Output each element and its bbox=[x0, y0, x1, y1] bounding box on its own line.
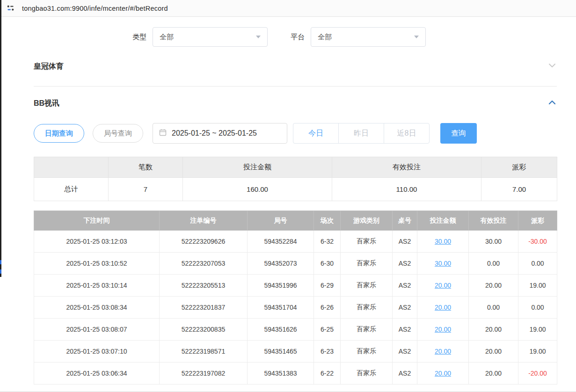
search-button[interactable]: 查询 bbox=[440, 123, 477, 144]
bet-table-body: 2025-01-25 03:12:03522223209626594352284… bbox=[34, 231, 557, 385]
section-crown-sports[interactable]: 皇冠体育 bbox=[34, 56, 557, 77]
payout: -30.00 bbox=[518, 231, 557, 253]
bet-amount-link[interactable]: 30.00 bbox=[417, 253, 469, 275]
screen-edge-artifact bbox=[0, 269, 1, 274]
payout: 19.00 bbox=[518, 319, 557, 341]
table-row: 2025-01-25 03:06:34522223197082594351383… bbox=[34, 363, 557, 385]
table-id: AS2 bbox=[393, 275, 417, 297]
col-header-game-type: 游戏类别 bbox=[341, 211, 393, 231]
col-header-order-id: 注单编号 bbox=[160, 211, 248, 231]
filter-row: 类型 全部 平台 全部 bbox=[34, 27, 557, 47]
summary-header-blank bbox=[34, 157, 109, 178]
table-id: AS2 bbox=[393, 253, 417, 275]
col-header-payout: 派彩 bbox=[518, 211, 557, 231]
bet-amount-link[interactable]: 20.00 bbox=[417, 341, 469, 363]
summary-table: 笔数 投注金额 有效投注 派彩 总计 7 160.00 110.00 7.00 bbox=[34, 157, 557, 201]
table-row: 2025-01-25 03:12:03522223209626594352284… bbox=[34, 231, 557, 253]
payout: -20.00 bbox=[518, 363, 557, 385]
platform-select[interactable]: 全部 bbox=[311, 27, 426, 47]
bet-amount-link[interactable]: 30.00 bbox=[417, 231, 469, 253]
summary-header-payout: 派彩 bbox=[481, 157, 557, 178]
chevron-down-icon bbox=[256, 36, 261, 38]
date-range-input[interactable]: 2025-01-25 ~ 2025-01-25 bbox=[153, 123, 287, 144]
screen-edge-artifact bbox=[0, 260, 1, 264]
summary-header-bet-amount: 投注金额 bbox=[183, 157, 332, 178]
bet-time: 2025-01-25 03:12:03 bbox=[34, 231, 160, 253]
bet-record-page: 类型 全部 平台 全部 皇冠体育 BB视讯 日期查询 局号查询 bbox=[0, 27, 576, 385]
order-id: 522223207053 bbox=[160, 253, 248, 275]
valid-bet: 20.00 bbox=[469, 275, 518, 297]
table-id: AS2 bbox=[393, 319, 417, 341]
table-row: 2025-01-25 03:10:52522223207053594352073… bbox=[34, 253, 557, 275]
payout: 19.00 bbox=[518, 275, 557, 297]
order-id: 522223209626 bbox=[160, 231, 248, 253]
summary-count-value: 7 bbox=[109, 178, 183, 201]
col-header-bet-amount: 投注金额 bbox=[417, 211, 469, 231]
session: 6-30 bbox=[314, 253, 341, 275]
summary-total-row: 总计 7 160.00 110.00 7.00 bbox=[34, 178, 557, 201]
chevron-up-icon[interactable] bbox=[547, 98, 557, 109]
col-header-bet-time: 下注时间 bbox=[34, 211, 160, 231]
bet-amount-link[interactable]: 20.00 bbox=[417, 319, 469, 341]
date-query-button[interactable]: 日期查询 bbox=[34, 124, 84, 143]
bet-amount-link[interactable]: 20.00 bbox=[417, 275, 469, 297]
last8days-button[interactable]: 近8日 bbox=[384, 123, 430, 144]
date-range-value: 2025-01-25 ~ 2025-01-25 bbox=[172, 129, 257, 138]
summary-header-row: 笔数 投注金额 有效投注 派彩 bbox=[34, 157, 557, 178]
col-header-session: 场次 bbox=[314, 211, 341, 231]
session: 6-32 bbox=[314, 231, 341, 253]
today-button[interactable]: 今日 bbox=[293, 123, 339, 144]
section-bb-video[interactable]: BB视讯 bbox=[34, 93, 557, 114]
order-id: 522223205513 bbox=[160, 275, 248, 297]
game-type: 百家乐 bbox=[341, 341, 393, 363]
bet-amount-link[interactable]: 20.00 bbox=[417, 363, 469, 385]
bet-time: 2025-01-25 03:08:07 bbox=[34, 319, 160, 341]
col-header-valid-bet: 有效投注 bbox=[469, 211, 518, 231]
payout: 0.00 bbox=[518, 253, 557, 275]
screen-edge-artifact bbox=[0, 0, 1, 277]
browser-url-bar[interactable]: tongbao31.com:9900/infe/mcenter/#/betRec… bbox=[0, 0, 576, 17]
round-id: 594351465 bbox=[248, 341, 314, 363]
table-row: 2025-01-25 03:07:10522223198571594351465… bbox=[34, 341, 557, 363]
bet-time: 2025-01-25 03:06:34 bbox=[34, 363, 160, 385]
summary-valid-bet-value: 110.00 bbox=[332, 178, 481, 201]
session: 6-29 bbox=[314, 275, 341, 297]
session: 6-22 bbox=[314, 363, 341, 385]
summary-header-count: 笔数 bbox=[109, 157, 183, 178]
platform-label: 平台 bbox=[291, 33, 305, 42]
platform-select-value: 全部 bbox=[318, 33, 332, 42]
table-id: AS2 bbox=[393, 297, 417, 319]
table-row: 2025-01-25 03:10:14522223205513594351996… bbox=[34, 275, 557, 297]
game-type: 百家乐 bbox=[341, 319, 393, 341]
summary-header-valid-bet: 有效投注 bbox=[332, 157, 481, 178]
bet-amount-link[interactable]: 20.00 bbox=[417, 297, 469, 319]
order-id: 522223201837 bbox=[160, 297, 248, 319]
type-select[interactable]: 全部 bbox=[153, 27, 268, 47]
table-id: AS2 bbox=[393, 363, 417, 385]
type-label: 类型 bbox=[132, 33, 146, 42]
section-crown-sports-title: 皇冠体育 bbox=[34, 62, 64, 72]
order-id: 522223200835 bbox=[160, 319, 248, 341]
yesterday-button[interactable]: 昨日 bbox=[338, 123, 384, 144]
game-type: 百家乐 bbox=[341, 297, 393, 319]
url-text: tongbao31.com:9900/infe/mcenter/#/betRec… bbox=[22, 5, 168, 12]
table-row: 2025-01-25 03:08:07522223200835594351626… bbox=[34, 319, 557, 341]
game-type: 百家乐 bbox=[341, 231, 393, 253]
round-id: 594351626 bbox=[248, 319, 314, 341]
table-row: 2025-01-25 03:08:34522223201837594351704… bbox=[34, 297, 557, 319]
chevron-down-icon[interactable] bbox=[547, 61, 557, 72]
session: 6-23 bbox=[314, 341, 341, 363]
bet-time: 2025-01-25 03:10:14 bbox=[34, 275, 160, 297]
browser-profile-icon bbox=[6, 4, 15, 13]
chevron-down-icon bbox=[414, 36, 419, 38]
type-select-value: 全部 bbox=[160, 33, 174, 42]
round-id: 594351704 bbox=[248, 297, 314, 319]
game-type: 百家乐 bbox=[341, 363, 393, 385]
col-header-round-id: 局号 bbox=[248, 211, 314, 231]
session: 6-26 bbox=[314, 297, 341, 319]
round-query-button[interactable]: 局号查询 bbox=[93, 124, 143, 143]
valid-bet: 20.00 bbox=[469, 341, 518, 363]
valid-bet: 0.00 bbox=[469, 253, 518, 275]
bet-time: 2025-01-25 03:07:10 bbox=[34, 341, 160, 363]
session: 6-25 bbox=[314, 319, 341, 341]
